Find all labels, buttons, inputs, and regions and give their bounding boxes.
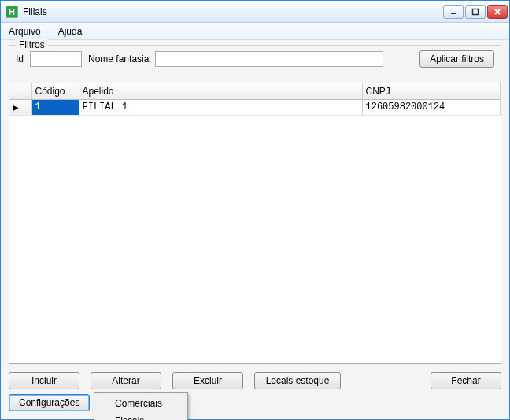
- data-grid[interactable]: Código Apelido CNPJ ▶ 1 FILIAL 1 1260598…: [9, 83, 501, 364]
- locais-estoque-button[interactable]: Locais estoque: [254, 372, 341, 389]
- configuracoes-button[interactable]: Configurações: [9, 394, 90, 411]
- window: H Filiais Arquivo Ajuda Filtros Id Nome …: [0, 0, 510, 420]
- aplicar-filtros-button[interactable]: Aplicar filtros: [419, 50, 494, 68]
- nome-fantasia-input[interactable]: [155, 51, 383, 67]
- action-button-row: Incluir Alterar Excluir Locais estoque F…: [9, 372, 501, 389]
- maximize-button[interactable]: [465, 5, 486, 19]
- header-indicator: [9, 83, 31, 99]
- header-codigo[interactable]: Código: [31, 83, 79, 99]
- configuracoes-menu: Comerciais Fiscais PDV: [94, 392, 188, 420]
- cell-codigo[interactable]: 1: [31, 99, 79, 115]
- alterar-button[interactable]: Alterar: [91, 372, 161, 389]
- menu-item-comerciais[interactable]: Comerciais: [96, 395, 186, 412]
- menu-item-fiscais[interactable]: Fiscais: [96, 412, 186, 420]
- id-label: Id: [16, 53, 24, 64]
- cell-cnpj[interactable]: 12605982000124: [362, 99, 501, 115]
- table-row[interactable]: ▶ 1 FILIAL 1 12605982000124: [9, 99, 501, 115]
- table-header-row: Código Apelido CNPJ: [9, 83, 501, 99]
- window-controls: [443, 5, 508, 19]
- row-indicator-icon: ▶: [9, 99, 31, 115]
- window-title: Filiais: [23, 6, 443, 17]
- minimize-button[interactable]: [443, 5, 464, 19]
- fechar-button[interactable]: Fechar: [431, 372, 501, 389]
- cell-apelido[interactable]: FILIAL 1: [79, 99, 362, 115]
- incluir-button[interactable]: Incluir: [9, 372, 79, 389]
- filtros-group: Filtros Id Nome fantasia Aplicar filtros: [9, 45, 501, 76]
- app-icon: H: [6, 6, 18, 18]
- svg-rect-1: [473, 9, 479, 14]
- menu-arquivo[interactable]: Arquivo: [6, 24, 44, 39]
- menubar: Arquivo Ajuda: [1, 23, 509, 40]
- excluir-button[interactable]: Excluir: [172, 372, 243, 389]
- menu-ajuda[interactable]: Ajuda: [55, 24, 86, 39]
- header-cnpj[interactable]: CNPJ: [362, 83, 501, 99]
- filtros-legend: Filtros: [16, 39, 48, 50]
- configuracoes-row: Configurações Comerciais Fiscais PDV: [9, 394, 501, 411]
- close-button[interactable]: [487, 5, 508, 19]
- titlebar: H Filiais: [1, 1, 509, 23]
- header-apelido[interactable]: Apelido: [79, 83, 362, 99]
- id-input[interactable]: [30, 51, 82, 67]
- content-area: Filtros Id Nome fantasia Aplicar filtros: [1, 40, 509, 419]
- nome-fantasia-label: Nome fantasia: [88, 53, 149, 64]
